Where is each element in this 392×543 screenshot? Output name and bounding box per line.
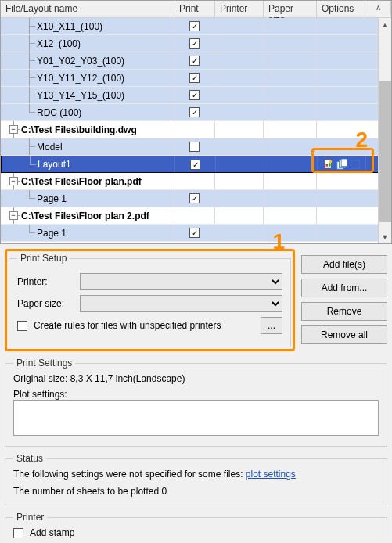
col-print[interactable]: Print [174,1,215,17]
print-cell [174,138,215,155]
col-options[interactable]: Options [317,1,365,17]
add-stamp-label: Add stamp [30,527,74,538]
paper-cell [264,104,317,120]
table-row[interactable]: X12_(100)✓ [1,35,391,52]
options-cell [317,70,365,86]
layout-name: Layout1 [38,159,71,170]
printer-combo[interactable] [80,273,282,290]
print-cell [174,173,215,189]
col-spacer[interactable]: ∧ [365,1,391,17]
callout-2: 2 [355,128,368,153]
file-cell: Layout1 [2,156,175,172]
printer-cell [215,121,264,138]
print-checkbox[interactable]: ✓ [189,228,200,238]
add-stamp-checkbox[interactable] [13,528,23,538]
status-line1: The following settings were not specifie… [13,469,243,480]
scroll-up-arrow[interactable]: ▲ [379,18,391,31]
table-row[interactable]: RDC (100)✓ [1,104,391,121]
options-cell [317,87,365,103]
options-cell [317,35,365,52]
scroll-down-arrow[interactable]: ▼ [379,230,391,243]
print-checkbox[interactable] [189,142,200,152]
printer-label: Printer: [17,276,74,287]
paper-cell [264,156,318,172]
printer-cell [215,138,264,155]
paper-cell [264,87,317,103]
layout-name: Page 1 [37,228,67,239]
print-checkbox[interactable]: ✓ [189,90,200,100]
options-cell [317,173,365,189]
print-checkbox[interactable]: ✓ [189,193,200,203]
status-legend: Status [13,453,46,464]
options-cell [317,225,365,241]
tree-collapse-icon[interactable]: − [9,177,18,185]
options-cell [317,18,365,34]
printer-cell [215,18,264,34]
remove-all-button[interactable]: Remove all [301,325,387,344]
tree-collapse-icon[interactable]: − [9,211,18,220]
print-cell: ✓ [174,87,215,103]
paper-cell [264,173,317,189]
col-printer[interactable]: Printer [215,1,264,17]
col-paper[interactable]: Paper size [264,1,317,17]
print-cell: ✓ [174,190,215,207]
print-checkbox[interactable]: ✓ [190,160,200,170]
print-checkbox[interactable]: ✓ [189,56,200,66]
file-cell: Y10_Y11_Y12_(100) [1,70,174,86]
file-cell: X10_X11_(100) [1,18,174,34]
plot-settings-textarea[interactable] [13,400,379,436]
table-row[interactable]: Y10_Y11_Y12_(100)✓ [1,70,391,87]
printer-group: Printer Add stamp [5,512,387,543]
print-checkbox[interactable]: ✓ [189,38,200,49]
table-header: File/Layout name Print Printer Paper siz… [1,1,391,18]
tree-group-row[interactable]: −C:\Test Files\Floor plan.pdf [1,173,391,190]
options-cell [317,190,365,207]
layout-name: Y01_Y02_Y03_(100) [37,56,124,67]
plot-settings-link[interactable]: plot settings [246,469,296,480]
print-setup-group: Print Setup Printer: Paper size: Create … [9,253,291,347]
paper-cell [264,52,317,69]
create-rules-checkbox[interactable] [17,321,27,331]
paper-size-combo[interactable] [80,295,282,312]
print-checkbox[interactable]: ✓ [189,107,200,117]
layout-name: Y13_Y14_Y15_(100) [37,90,124,101]
status-group: Status The following settings were not s… [5,453,387,505]
paper-cell [264,35,317,52]
print-checkbox[interactable]: ✓ [189,73,200,83]
print-cell [174,207,215,224]
printer-cell [215,207,264,224]
table-row[interactable]: X10_X11_(100)✓ [1,18,391,35]
add-files-button[interactable]: Add file(s) [301,255,387,274]
layout-name: X12_(100) [37,38,81,49]
table-row[interactable]: Y01_Y02_Y03_(100)✓ [1,52,391,70]
paper-cell [264,190,317,207]
vertical-scrollbar[interactable]: ▲ ▼ [378,18,391,243]
print-setup-legend: Print Setup [17,253,70,264]
add-from-button[interactable]: Add from... [301,279,387,297]
print-checkbox[interactable]: ✓ [189,21,200,31]
tree-group-row[interactable]: −C:\Test Files\building.dwg [1,121,391,138]
group-name: C:\Test Files\building.dwg [21,124,137,135]
layout-name: RDC (100) [37,107,81,118]
print-cell: ✓ [174,18,215,34]
table-body: X10_X11_(100)✓X12_(100)✓Y01_Y02_Y03_(100… [1,18,391,242]
file-cell: Page 1 [1,225,174,241]
print-cell: ✓ [174,104,215,120]
scroll-thumb[interactable] [379,81,391,222]
paper-cell [264,121,317,138]
rules-ellipsis-button[interactable]: ... [261,317,282,334]
remove-button[interactable]: Remove [301,302,387,321]
tree-collapse-icon[interactable]: − [9,125,18,134]
layout-name: Model [37,142,63,153]
table-row[interactable]: Y13_Y14_Y15_(100)✓ [1,87,391,104]
print-cell: ✓ [175,156,216,172]
col-file[interactable]: File/Layout name [1,1,174,17]
print-cell: ✓ [174,70,215,86]
file-cell: X12_(100) [1,35,174,52]
tree-group-row[interactable]: −C:\Test Files\Floor plan 2.pdf [1,207,391,225]
options-cell [317,104,365,120]
table-row[interactable]: Page 1✓ [1,225,391,242]
table-row[interactable]: Page 1✓ [1,190,391,207]
layout-name: Page 1 [37,193,67,204]
printer-cell [215,104,264,120]
